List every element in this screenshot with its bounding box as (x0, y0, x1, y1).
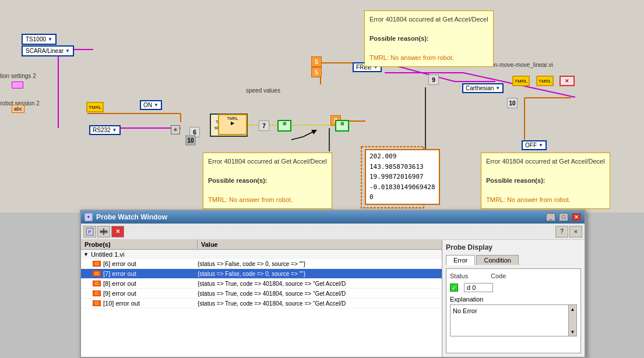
minimize-button[interactable]: _ (546, 213, 555, 221)
probe-row-9[interactable]: ⊡ [9] error out {status => True, code =>… (81, 289, 442, 299)
svg-line-16 (303, 131, 315, 137)
probe-display-tabs: Error Condition (446, 255, 581, 265)
probe-val-9: {status => True, code => 401804, source … (198, 290, 439, 297)
carthesian-label: Carthesian (466, 85, 494, 91)
probe-display-content: Status Code ✓ d 0 Explanation No Error ▲… (446, 268, 581, 353)
tmrl-block-right-1: TMRL (512, 76, 530, 86)
on-dropdown[interactable]: ON (140, 100, 162, 110)
probe-row-10[interactable]: ⊡ [10] error out {status => True, code =… (81, 299, 442, 309)
probe-val-7: {status => False, code => 0, source => "… (198, 271, 439, 277)
num-node-5b: 5 (311, 67, 322, 77)
probe-body: Probe(s) Value ▼ Untitled 1.vi ⊡ [6] err… (81, 240, 585, 357)
tmrl-block-right-2: TMRL (536, 76, 554, 86)
tab-condition[interactable]: Condition (476, 255, 518, 265)
num-node-5a: 5 (311, 56, 322, 67)
num-node-7: 7 (259, 120, 269, 131)
probe-window-icon: ⚬ (85, 213, 93, 221)
group-name: Untitled 1.vi (91, 251, 124, 258)
group-toggle[interactable]: ▼ (83, 251, 89, 257)
probe-list-content[interactable]: ▼ Untitled 1.vi ⊡ [6] error out {status … (81, 250, 442, 357)
on-label: ON (143, 102, 152, 108)
probe-icon-7: ⊡ (93, 271, 101, 277)
explanation-value: No Error (453, 307, 477, 314)
probe-display-title: Probe Display (446, 243, 581, 251)
status-code-row: Status Code (450, 272, 577, 279)
tmrl-start-block: TMRL ▶ (218, 114, 247, 135)
probe-val-8: {status => True, code => 401804, source … (198, 281, 439, 287)
scara-dropdown[interactable]: SCARA/Linear (22, 45, 74, 56)
rs232-dropdown[interactable]: RS232 (89, 125, 121, 135)
probe-titlebar: ⚬ Probe Watch Window _ □ ✕ (81, 211, 585, 224)
error-box-top: Error 401804 occurred at Get Accel/Decel… (364, 10, 494, 67)
status-check: ✓ (450, 283, 458, 292)
diagram-background: TS1000 SCARA/Linear tion settings 2 robo… (0, 0, 644, 212)
probe-name-9: ⊡ [9] error out (93, 290, 198, 297)
probe-group-header: ▼ Untitled 1.vi (81, 250, 442, 259)
abc-block: abc (12, 105, 24, 113)
data-value-2: 143.9858703613 (369, 162, 435, 172)
svg-line-15 (291, 137, 303, 140)
probe-icon-10: ⊡ (93, 300, 101, 306)
explanation-label: Explanation (450, 296, 577, 303)
explanation-scrollbar: ▲ ▼ (568, 305, 576, 336)
probe-window-title: Probe Watch Window (96, 213, 543, 221)
probe-icon-9: ⊡ (93, 290, 101, 296)
code-label: Code (491, 272, 526, 279)
probe-name-8: ⊡ [8] error out (93, 280, 198, 287)
ts1000-label: TS1000 (26, 36, 46, 42)
scroll-up-btn[interactable]: ▲ (569, 305, 576, 313)
svg-text:P: P (88, 229, 91, 235)
data-value-4: -0.01830149069428 (369, 182, 435, 193)
help-btn[interactable]: ? (555, 226, 568, 238)
terminal-green-1: ⊞ (277, 120, 291, 132)
probe-name-10: ⊡ [10] error out (93, 300, 198, 307)
value-col-header: Value (198, 240, 442, 249)
motion-block (12, 81, 23, 88)
probe-tool-btn[interactable]: P (83, 226, 96, 238)
error-box-right: Error 401804 occurred at Get Accel/Decel… (481, 153, 610, 209)
data-value-3: 19.99872016907 (369, 172, 435, 182)
speed-values-label: speed values (246, 87, 280, 94)
back-btn[interactable]: « (569, 226, 582, 238)
scara-label: SCARA/Linear (26, 48, 64, 54)
probe-icon-8: ⊡ (93, 281, 101, 286)
probe-row-6[interactable]: ⊡ [6] error out {status => False, code =… (81, 259, 442, 269)
probe-watch-window: ⚬ Probe Watch Window _ □ ✕ P ✕ ? « (80, 210, 586, 358)
rs232-label: RS232 (93, 127, 111, 133)
data-display-box: 202.009 143.9858703613 19.99872016907 -0… (365, 149, 440, 205)
probe-row-7[interactable]: ⊡ [7] error out {status => False, code =… (81, 269, 442, 279)
probe-name-6: ⊡ [6] error out (93, 260, 198, 267)
data-value-1: 202.009 (369, 151, 435, 162)
probe-val-10: {status => True, code => 401804, source … (198, 300, 439, 307)
carthesian-dropdown[interactable]: Carthesian (462, 83, 504, 93)
num-node-10a: 10 (185, 135, 196, 146)
probe-name-7: ⊡ [7] error out (93, 270, 198, 277)
probe-icon-6: ⊡ (93, 261, 101, 267)
motion-settings-label: tion settings 2 (0, 73, 36, 79)
code-field[interactable]: d 0 (464, 283, 493, 292)
delete-probe-btn[interactable]: ✕ (111, 226, 124, 238)
explanation-area: No Error ▲ ▼ (450, 304, 577, 336)
ts1000-dropdown[interactable]: TS1000 (22, 34, 57, 45)
terminal-green-2: ⊞ (335, 120, 349, 132)
probe-col-header: Probe(s) (81, 240, 198, 249)
probe-list-panel: Probe(s) Value ▼ Untitled 1.vi ⊡ [6] err… (81, 240, 442, 357)
x-block: ✕ (559, 76, 575, 86)
tab-error[interactable]: Error (446, 255, 475, 265)
probe-row-8[interactable]: ⊡ [8] error out {status => True, code =>… (81, 279, 442, 289)
status-code-values: ✓ d 0 (450, 283, 577, 292)
tmrl-block-robot: TMRL (86, 102, 104, 112)
data-value-5: 0 (369, 192, 435, 203)
off-dropdown[interactable]: OFF (522, 140, 547, 150)
maximize-button[interactable]: □ (559, 213, 568, 221)
num-node-9: 9 (428, 75, 439, 85)
error-box-mid: Error 401804 occurred at Get Accel/Decel… (203, 153, 332, 209)
probe-val-6: {status => False, code => 0, source => "… (198, 261, 439, 267)
connector-block: ⊕ (171, 125, 180, 134)
scroll-down-btn[interactable]: ▼ (569, 328, 576, 336)
close-button[interactable]: ✕ (572, 213, 581, 221)
probe-display-panel: Probe Display Error Condition Status Cod… (442, 240, 585, 357)
probe-list-header: Probe(s) Value (81, 240, 442, 250)
probe-toolbar: P ✕ ? « (81, 224, 585, 240)
add-probe-btn[interactable] (97, 226, 110, 238)
